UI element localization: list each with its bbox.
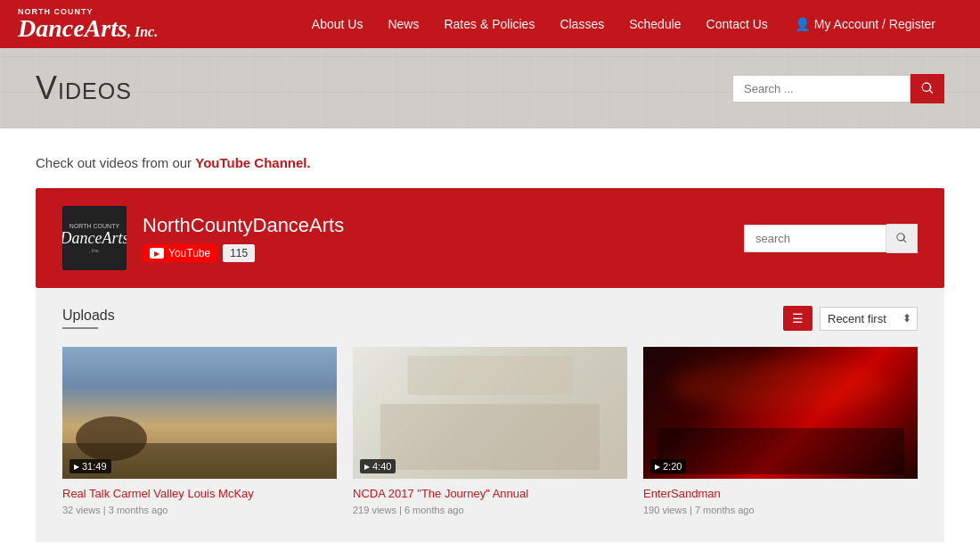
- logo[interactable]: NORTH COUNTY DanceArts, Inc.: [18, 7, 158, 42]
- channel-logo-top: NORTH COUNTY: [69, 223, 119, 230]
- channel-left: NORTH COUNTY DanceArts , Inc. NorthCount…: [62, 206, 344, 270]
- youtube-channel-link[interactable]: YouTube Channel.: [195, 155, 310, 170]
- sort-select[interactable]: Recent first Oldest first Most viewed: [820, 307, 918, 331]
- hero-banner: Videos: [0, 48, 980, 128]
- video-card-1[interactable]: 31:49 Real Talk Carmel Valley Louis McKa…: [62, 347, 337, 515]
- nav-link-contact[interactable]: Contact Us: [694, 0, 780, 48]
- video-duration-3: 2:20: [650, 459, 686, 473]
- channel-badge-row: YouTube 115: [143, 244, 344, 262]
- main-content: Check out videos from our YouTube Channe…: [0, 128, 980, 542]
- nav-link-news[interactable]: News: [375, 0, 431, 48]
- channel-logo: NORTH COUNTY DanceArts , Inc.: [62, 206, 127, 270]
- video-meta-1: 32 views | 3 months ago: [62, 505, 337, 515]
- hero-search: [732, 74, 944, 103]
- video-info-1: Real Talk Carmel Valley Louis McKay 32 v…: [62, 479, 337, 515]
- video-views-1: 32 views: [62, 505, 101, 515]
- page-title: Videos: [36, 70, 132, 107]
- video-info-3: EnterSandman 190 views | 7 months ago: [643, 479, 918, 515]
- sort-icon-button[interactable]: ☰: [783, 306, 813, 331]
- video-thumb-1: 31:49: [62, 347, 337, 479]
- channel-search: [744, 224, 918, 253]
- hero-search-input[interactable]: [732, 75, 911, 103]
- uploads-title-block: Uploads: [62, 308, 115, 329]
- search-icon: [920, 81, 935, 95]
- navbar: NORTH COUNTY DanceArts, Inc. About Us Ne…: [0, 0, 980, 48]
- uploads-title: Uploads: [62, 308, 115, 324]
- video-duration-2: 4:40: [360, 459, 396, 473]
- nav-link-about[interactable]: About Us: [299, 0, 376, 48]
- intro-text-before: Check out videos from our: [36, 155, 195, 170]
- youtube-badge-label: YouTube: [168, 247, 210, 259]
- video-card-2[interactable]: 4:40 NCDA 2017 "The Journey" Annual 219 …: [353, 347, 627, 515]
- nav-link-classes[interactable]: Classes: [547, 0, 617, 48]
- sort-wrapper: Recent first Oldest first Most viewed: [820, 307, 918, 331]
- video-title-1[interactable]: Real Talk Carmel Valley Louis McKay: [62, 486, 337, 502]
- nav-account-link[interactable]: My Account / Register: [780, 17, 935, 31]
- youtube-channel-box: NORTH COUNTY DanceArts , Inc. NorthCount…: [36, 188, 944, 288]
- video-age-1: 3 months ago: [109, 505, 168, 515]
- video-thumb-2: 4:40: [353, 347, 627, 479]
- uploads-section: Uploads ☰ Recent first Oldest first Most…: [36, 288, 944, 542]
- channel-search-icon: [895, 232, 908, 244]
- uploads-underline: [62, 327, 98, 329]
- channel-search-button[interactable]: [886, 224, 918, 253]
- logo-main-text: DanceArts, Inc.: [18, 16, 158, 41]
- video-age-2: 6 months ago: [404, 505, 464, 515]
- nav-links: About Us News Rates & Policies Classes S…: [299, 0, 935, 48]
- youtube-play-icon: [150, 248, 164, 259]
- nav-link-schedule[interactable]: Schedule: [617, 0, 693, 48]
- sort-control: ☰ Recent first Oldest first Most viewed: [783, 306, 918, 331]
- video-meta-3: 190 views | 7 months ago: [643, 505, 918, 515]
- subscriber-count: 115: [223, 244, 255, 262]
- video-views-2: 219 views: [353, 505, 396, 515]
- video-age-3: 7 months ago: [695, 505, 755, 515]
- nav-link-rates[interactable]: Rates & Policies: [431, 0, 547, 48]
- video-views-3: 190 views: [643, 505, 687, 515]
- uploads-header: Uploads ☰ Recent first Oldest first Most…: [62, 306, 918, 331]
- video-title-3[interactable]: EnterSandman: [643, 486, 918, 502]
- video-thumb-3: 2:20: [643, 347, 918, 479]
- channel-info: NorthCountyDanceArts YouTube 115: [143, 214, 344, 262]
- video-title-2[interactable]: NCDA 2017 "The Journey" Annual: [353, 486, 627, 502]
- hero-search-button[interactable]: [911, 74, 944, 103]
- channel-search-input[interactable]: [744, 225, 886, 252]
- video-info-2: NCDA 2017 "The Journey" Annual 219 views…: [353, 479, 627, 515]
- intro-paragraph: Check out videos from our YouTube Channe…: [36, 155, 944, 170]
- video-card-3[interactable]: 2:20 EnterSandman 190 views | 7 months a…: [643, 347, 918, 515]
- youtube-badge: YouTube: [143, 244, 217, 262]
- video-duration-1: 31:49: [69, 459, 111, 473]
- channel-name: NorthCountyDanceArts: [143, 214, 344, 237]
- video-grid: 31:49 Real Talk Carmel Valley Louis McKa…: [62, 347, 918, 515]
- video-meta-2: 219 views | 6 months ago: [353, 505, 627, 515]
- channel-logo-main: DanceArts: [62, 229, 127, 248]
- channel-logo-inc: , Inc.: [88, 248, 100, 253]
